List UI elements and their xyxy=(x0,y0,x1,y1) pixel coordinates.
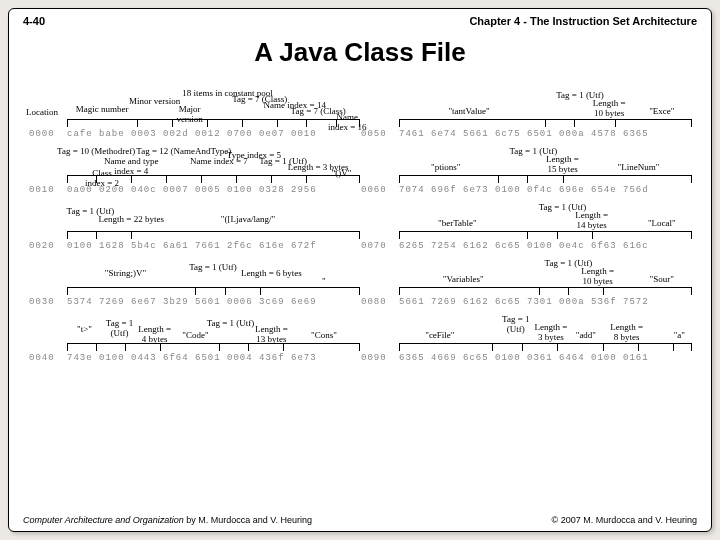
annotation-label: Tag = 1 (Utf) xyxy=(207,319,255,329)
hex-bytes: cafe babe 0003 002d 0012 0700 0e07 0010 xyxy=(67,129,359,139)
annotation-label: Tag = 1(Utf) xyxy=(502,315,529,335)
page: 4-40 Chapter 4 - The Instruction Set Arc… xyxy=(8,8,712,532)
offset: 0060 xyxy=(361,185,395,195)
hex-bytes: 0a00 0200 040c 0007 0005 0100 0328 2956 xyxy=(67,185,359,195)
hex-bytes: 6365 4669 6c65 0100 0361 6464 0100 0161 xyxy=(399,353,691,363)
offset: 0020 xyxy=(29,241,63,251)
hex-bytes: 743e 0100 0443 6f64 6501 0004 436f 6e73 xyxy=(67,353,359,363)
hex-bytes: 5661 7269 6162 6c65 7301 000a 536f 7572 xyxy=(399,297,691,307)
hex-row: "berTable"Tag = 1 (Utf)Length =14 bytes"… xyxy=(361,201,691,251)
hex-bytes: 0100 1628 5b4c 6a61 7661 2f6c 616e 672f xyxy=(67,241,359,251)
hex-row: Tag = 1 (Utf)Length = 22 bytes"([Ljava/l… xyxy=(29,201,359,251)
hex-bytes: 7074 696f 6e73 0100 0f4c 696e 654e 756d xyxy=(399,185,691,195)
offset: 0010 xyxy=(29,185,63,195)
offset: 0050 xyxy=(361,129,395,139)
offset: 0090 xyxy=(361,353,395,363)
diagram: Location Magic numberMinor versionMajorv… xyxy=(29,89,691,501)
offset: 0040 xyxy=(29,353,63,363)
tick-marks xyxy=(67,165,359,183)
hex-row: "t>"Tag = 1(Utf)Length =4 bytes"Code"Tag… xyxy=(29,313,359,363)
hex-row: "ceFile"Tag = 1(Utf)Length =3 bytes"add"… xyxy=(361,313,691,363)
tick-marks xyxy=(399,165,691,183)
copyright: © 2007 M. Murdocca and V. Heuring xyxy=(552,515,697,525)
tick-marks xyxy=(399,109,691,127)
hex-row: "Variables"Tag = 1 (Utf)Length =10 bytes… xyxy=(361,257,691,307)
tick-marks xyxy=(399,277,691,295)
right-column: "tantValue"Tag = 1 (Utf)Length =10 bytes… xyxy=(361,89,691,501)
offset: 0030 xyxy=(29,297,63,307)
page-number: 4-40 xyxy=(23,15,45,27)
footer: Computer Architecture and Organization b… xyxy=(23,515,697,525)
book-citation: Computer Architecture and Organization b… xyxy=(23,515,312,525)
offset: 0000 xyxy=(29,129,63,139)
hex-row: "tantValue"Tag = 1 (Utf)Length =10 bytes… xyxy=(361,89,691,139)
hex-bytes: 6265 7254 6162 6c65 0100 0e4c 6f63 616c xyxy=(399,241,691,251)
tick-marks xyxy=(67,333,359,351)
tick-marks xyxy=(67,109,359,127)
hex-row: Tag = 10 (Methodref)Name and typeindex =… xyxy=(29,145,359,195)
header: 4-40 Chapter 4 - The Instruction Set Arc… xyxy=(23,15,697,27)
book-authors: by M. Murdocca and V. Heuring xyxy=(186,515,312,525)
left-column: Magic numberMinor versionMajorversion18 … xyxy=(29,89,359,501)
page-title: A Java Class File xyxy=(9,37,711,68)
hex-bytes: 5374 7269 6e67 3b29 5601 0006 3c69 6e69 xyxy=(67,297,359,307)
tick-marks xyxy=(399,333,691,351)
offset: 0080 xyxy=(361,297,395,307)
hex-bytes: 7461 6e74 5661 6c75 6501 000a 4578 6365 xyxy=(399,129,691,139)
offset: 0070 xyxy=(361,241,395,251)
hex-row: "String;)V"Tag = 1 (Utf)Length = 6 bytes… xyxy=(29,257,359,307)
hex-row: Magic numberMinor versionMajorversion18 … xyxy=(29,89,359,139)
chapter-label: Chapter 4 - The Instruction Set Architec… xyxy=(469,15,697,27)
book-title: Computer Architecture and Organization xyxy=(23,515,184,525)
tick-marks xyxy=(67,221,359,239)
annotation-label: Tag = 1 (Utf) xyxy=(189,263,237,273)
hex-row: "ptions"Tag = 1 (Utf)Length =15 bytes"Li… xyxy=(361,145,691,195)
tick-marks xyxy=(67,277,359,295)
tick-marks xyxy=(399,221,691,239)
annotation-label: Minor version xyxy=(129,97,180,107)
